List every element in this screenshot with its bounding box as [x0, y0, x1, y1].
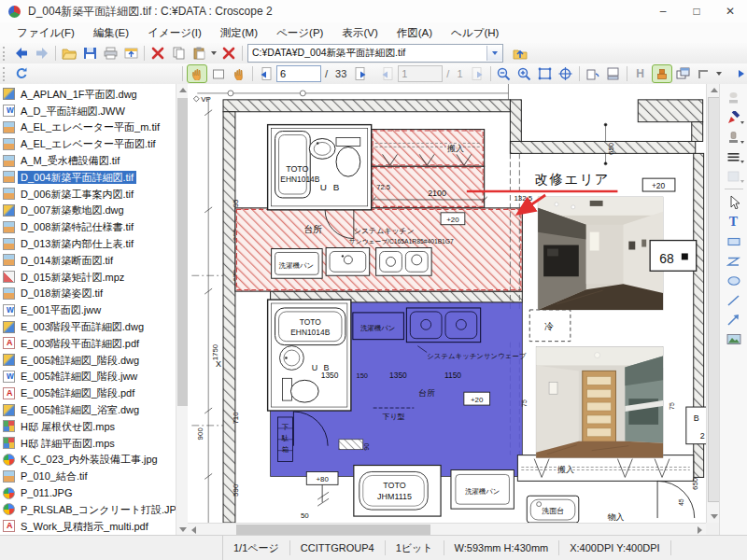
file-row[interactable]: D_018新築姿図.tif	[0, 286, 176, 302]
bath1-model-label: EHN1014B	[280, 175, 319, 184]
delete-page-button[interactable]	[148, 45, 167, 62]
paste-page-button[interactable]	[190, 45, 208, 62]
zoom-out-button[interactable]	[495, 65, 514, 82]
file-row[interactable]: A_EL_エレベーター平面_m.tif	[0, 119, 176, 136]
corner-tool-dropdown-icon[interactable]	[716, 72, 722, 76]
file-row[interactable]: E_001平面図.jww	[0, 301, 176, 318]
file-row[interactable]: P_010_結合.tif	[0, 468, 176, 484]
file-row[interactable]: A_D_平面詳細図.JWW	[0, 103, 176, 119]
file-row[interactable]: D_015新築矩計図.mpz	[0, 269, 176, 286]
doc-number-input[interactable]	[398, 65, 443, 82]
document-canvas[interactable]: VP 1750 900 95 390 670 710 590	[188, 84, 706, 523]
stamp-tool-disabled[interactable]	[722, 88, 745, 107]
menu-page[interactable]: ページ(P)	[267, 26, 332, 40]
menu-draw[interactable]: 作図(A)	[388, 26, 442, 40]
file-row[interactable]: S_Work_見積指示_multi.pdf	[0, 518, 176, 535]
minimize-button[interactable]: –	[646, 0, 680, 22]
next-doc-button[interactable]	[468, 65, 486, 82]
file-row[interactable]: A_EL_エレベーター平面図.tif	[0, 135, 176, 152]
file-row[interactable]: E_005雑詳細図_階段.dwg	[0, 352, 176, 369]
prev-page-button[interactable]	[257, 65, 275, 82]
file-row[interactable]: E_005雑詳細図_浴室.dwg	[0, 401, 176, 418]
marker-dropdown-icon[interactable]	[740, 121, 744, 124]
marker-pen-tool[interactable]	[722, 107, 745, 127]
sidebar-scrollbar[interactable]	[176, 84, 189, 536]
image-stamp-tool[interactable]	[722, 329, 745, 349]
storage-label: 物入	[608, 512, 625, 522]
cascade-windows-button[interactable]	[674, 65, 693, 82]
menu-image[interactable]: イメージ(I)	[138, 26, 211, 40]
menu-edit[interactable]: 編集(E)	[84, 26, 138, 40]
file-row[interactable]: A_M_受水槽設備図.tif	[0, 152, 176, 169]
select-cursor-tool[interactable]	[722, 192, 745, 212]
save-button[interactable]	[80, 45, 99, 62]
dim-150: 150	[357, 371, 368, 380]
file-row[interactable]: D_008新築特記仕様書.tif	[0, 218, 176, 235]
open-folder-button[interactable]	[60, 45, 78, 62]
rotate-right-button[interactable]	[604, 65, 623, 82]
file-row[interactable]: D_007新築敷地図.dwg	[0, 203, 176, 219]
next-page-button[interactable]	[351, 65, 370, 82]
path-dropdown-button[interactable]	[486, 46, 502, 61]
line-style-dropdown-icon[interactable]	[740, 161, 744, 163]
ellipse-tool[interactable]	[722, 271, 745, 290]
pdf-file-icon	[3, 387, 15, 399]
file-row[interactable]: E_005雑詳細図_階段.jww	[0, 369, 176, 385]
stamp2-tool-disabled[interactable]	[722, 166, 745, 186]
copy-page-button[interactable]	[169, 45, 188, 62]
hand-pan-tool[interactable]	[187, 64, 207, 83]
hand-write-tool[interactable]: H	[631, 65, 650, 82]
fit-page-button[interactable]	[536, 65, 555, 82]
file-row[interactable]: E_003階段平面詳細図.pdf	[0, 335, 176, 352]
refresh-button[interactable]	[12, 65, 31, 82]
file-row[interactable]: H邸 屋根伏せ図.mps	[0, 418, 176, 435]
page-number-input[interactable]	[276, 65, 321, 82]
text-tool[interactable]: T	[722, 212, 745, 231]
menu-help[interactable]: ヘルプ(H)	[442, 26, 508, 40]
close-button[interactable]: ✕	[713, 0, 747, 22]
menu-file[interactable]: ファイル(F)	[7, 26, 84, 40]
maximize-button[interactable]: □	[680, 0, 713, 22]
paste-dropdown-icon[interactable]	[211, 51, 217, 55]
stamp2-dropdown-icon[interactable]	[740, 180, 744, 183]
forward-button[interactable]	[33, 45, 51, 62]
zoom-in-button[interactable]	[515, 65, 534, 82]
file-row[interactable]: H邸 詳細平面図.mps	[0, 435, 176, 452]
menu-view[interactable]: 表示(V)	[332, 26, 387, 40]
prev-doc-button[interactable]	[378, 65, 397, 82]
annotation-mode-button[interactable]	[652, 64, 672, 83]
arrow-tool[interactable]	[722, 310, 745, 329]
file-row[interactable]: E_003階段平面詳細図.dwg	[0, 318, 176, 335]
open-parent-folder-button[interactable]	[511, 45, 529, 62]
polyline-tool[interactable]	[722, 251, 745, 271]
import-scan-button[interactable]	[121, 45, 140, 62]
line-style-tool[interactable]	[722, 147, 745, 166]
hanko-stamp-tool[interactable]	[722, 127, 745, 147]
file-row[interactable]: P_011.JPG	[0, 484, 176, 501]
fit-width-button[interactable]	[557, 65, 575, 82]
file-row[interactable]: D_006新築工事案内図.tif	[0, 186, 176, 203]
toolbar-overflow-icon[interactable]	[739, 70, 744, 77]
area-size-box: 68	[650, 241, 697, 272]
file-row-selected[interactable]: D_004新築平面詳細図.tif	[0, 169, 176, 186]
menu-measure[interactable]: 測定(M)	[211, 26, 267, 40]
rectangle-tool[interactable]	[722, 231, 745, 251]
region-select-tool[interactable]	[209, 65, 228, 82]
hanko-dropdown-icon[interactable]	[740, 141, 744, 144]
file-row[interactable]: K_C_023_内外装設備工事.jpg	[0, 452, 176, 469]
file-row[interactable]: A_APLAN_1F平面図.dwg	[0, 86, 176, 103]
file-row[interactable]: D_013新築内部仕上表.tif	[0, 235, 176, 252]
line-tool[interactable]	[722, 290, 745, 310]
grab-move-tool[interactable]	[230, 65, 248, 82]
rotate-left-button[interactable]	[584, 65, 602, 82]
file-name: E_005雑詳細図_階段.jww	[18, 370, 140, 383]
file-row[interactable]: E_005雑詳細図_階段.pdf	[0, 385, 176, 401]
scroll-thumb[interactable]	[177, 98, 188, 406]
file-row[interactable]: D_014新築断面図.tif	[0, 252, 176, 269]
back-button[interactable]	[12, 45, 31, 62]
file-path-input[interactable]	[248, 48, 486, 59]
corner-tool-button[interactable]	[695, 65, 713, 82]
remove-button[interactable]	[219, 45, 238, 62]
file-row[interactable]: P_RLSLAB_コンクリート打設.JPG	[0, 501, 176, 518]
print-button[interactable]	[101, 45, 120, 62]
